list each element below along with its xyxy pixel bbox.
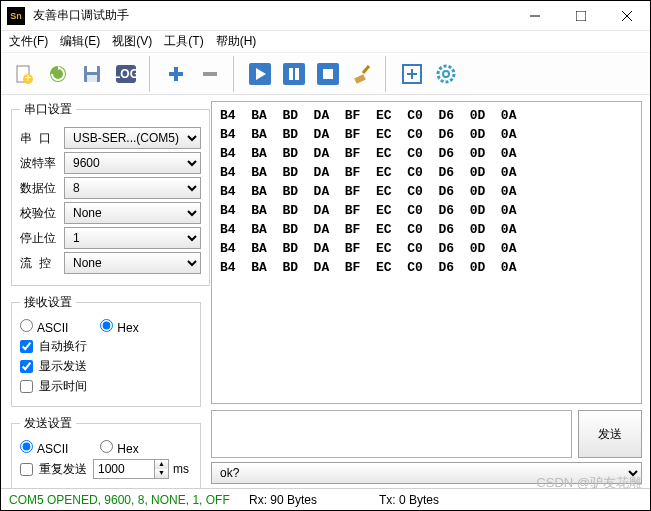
- status-connection: COM5 OPENED, 9600, 8, NONE, 1, OFF: [1, 493, 249, 507]
- svg-point-30: [443, 71, 449, 77]
- new-icon[interactable]: +: [7, 57, 41, 91]
- play-icon[interactable]: [243, 57, 277, 91]
- app-icon: Sn: [7, 7, 25, 25]
- gear-icon[interactable]: [429, 57, 463, 91]
- send-textarea[interactable]: [211, 410, 572, 458]
- clear-icon[interactable]: [345, 57, 379, 91]
- svg-rect-1: [576, 11, 586, 21]
- window-title: 友善串口调试助手: [33, 7, 512, 24]
- svg-rect-19: [283, 63, 305, 85]
- minus-icon[interactable]: [193, 57, 227, 91]
- stopbits-label: 停止位: [20, 230, 64, 247]
- send-ascii-radio[interactable]: ASCII: [20, 440, 68, 456]
- toolbar: + LOG: [1, 53, 650, 95]
- log-icon[interactable]: LOG: [109, 57, 143, 91]
- send-settings-group: 发送设置 ASCII Hex 重复发送 ▲▼ ms: [11, 415, 201, 488]
- close-button[interactable]: [604, 1, 650, 31]
- parity-select[interactable]: None: [64, 202, 201, 224]
- svg-line-25: [363, 66, 369, 73]
- title-bar: Sn 友善串口调试助手: [1, 1, 650, 31]
- svg-rect-10: [87, 66, 97, 72]
- menu-view[interactable]: 视图(V): [112, 33, 152, 50]
- status-tx: Tx: 0 Bytes: [379, 493, 499, 507]
- databits-select[interactable]: 8: [64, 177, 201, 199]
- menu-file[interactable]: 文件(F): [9, 33, 48, 50]
- status-bar: COM5 OPENED, 9600, 8, NONE, 1, OFF Rx: 9…: [1, 488, 650, 510]
- pause-icon[interactable]: [277, 57, 311, 91]
- svg-text:+: +: [24, 71, 31, 85]
- flow-label: 流 控: [20, 255, 64, 272]
- interval-spinner[interactable]: ▲▼: [93, 459, 169, 479]
- open-icon[interactable]: [41, 57, 75, 91]
- parity-label: 校验位: [20, 205, 64, 222]
- svg-text:LOG: LOG: [114, 67, 138, 81]
- status-rx: Rx: 90 Bytes: [249, 493, 379, 507]
- repeat-checkbox[interactable]: [20, 463, 33, 476]
- history-select[interactable]: ok?: [211, 462, 642, 484]
- recv-settings-group: 接收设置 ASCII Hex 自动换行 显示发送 显示时间: [11, 294, 201, 407]
- stop-icon[interactable]: [311, 57, 345, 91]
- svg-rect-24: [354, 74, 366, 84]
- showtime-checkbox[interactable]: [20, 380, 33, 393]
- menu-tools[interactable]: 工具(T): [164, 33, 203, 50]
- add-window-icon[interactable]: [395, 57, 429, 91]
- maximize-button[interactable]: [558, 1, 604, 31]
- menu-edit[interactable]: 编辑(E): [60, 33, 100, 50]
- plus-icon[interactable]: [159, 57, 193, 91]
- left-panel: 串口设置 串 口USB-SER...(COM5) 波特率9600 数据位8 校验…: [1, 95, 209, 488]
- menu-help[interactable]: 帮助(H): [216, 33, 257, 50]
- save-icon[interactable]: [75, 57, 109, 91]
- recv-hex-radio[interactable]: Hex: [100, 319, 138, 335]
- port-select[interactable]: USB-SER...(COM5): [64, 127, 201, 149]
- menu-bar: 文件(F) 编辑(E) 视图(V) 工具(T) 帮助(H): [1, 31, 650, 53]
- port-label: 串 口: [20, 130, 64, 147]
- wrap-checkbox[interactable]: [20, 340, 33, 353]
- baud-label: 波特率: [20, 155, 64, 172]
- right-panel: B4 BA BD DA BF EC C0 D6 0D 0A B4 BA BD D…: [209, 95, 650, 488]
- serial-settings-group: 串口设置 串 口USB-SER...(COM5) 波特率9600 数据位8 校验…: [11, 101, 210, 286]
- svg-rect-21: [295, 68, 299, 80]
- showtx-checkbox[interactable]: [20, 360, 33, 373]
- recv-ascii-radio[interactable]: ASCII: [20, 319, 68, 335]
- svg-point-29: [438, 66, 454, 82]
- stopbits-select[interactable]: 1: [64, 227, 201, 249]
- minimize-button[interactable]: [512, 1, 558, 31]
- databits-label: 数据位: [20, 180, 64, 197]
- svg-rect-20: [289, 68, 293, 80]
- send-hex-radio[interactable]: Hex: [100, 440, 138, 456]
- flow-select[interactable]: None: [64, 252, 201, 274]
- baud-select[interactable]: 9600: [64, 152, 201, 174]
- send-button[interactable]: 发送: [578, 410, 642, 458]
- receive-textarea[interactable]: B4 BA BD DA BF EC C0 D6 0D 0A B4 BA BD D…: [211, 101, 642, 404]
- svg-rect-11: [87, 75, 97, 82]
- svg-rect-23: [323, 69, 333, 79]
